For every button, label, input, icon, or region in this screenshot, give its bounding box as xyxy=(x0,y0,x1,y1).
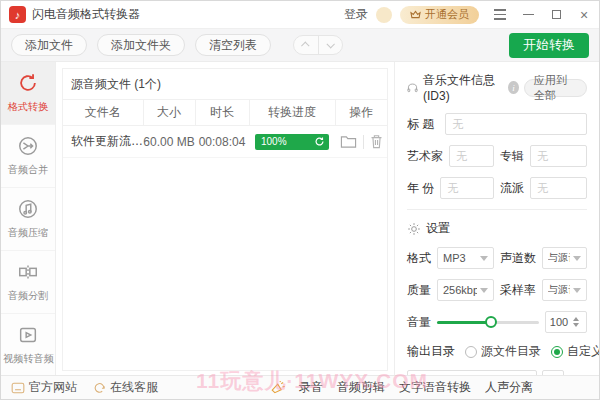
sidebar-item-label: 音频合并 xyxy=(8,163,48,177)
statusbar: 官方网站 在线客服 录音 音频剪辑 文字语音转换 人声分离 xyxy=(1,375,599,399)
quick-links: 录音 音频剪辑 文字语音转换 人声分离 xyxy=(270,379,533,396)
album-field-label: 专辑 xyxy=(500,148,524,165)
table-row[interactable]: 软件更新流程.mp4 60.00 MB 00:08:04 100% xyxy=(63,126,387,158)
spin-up-icon[interactable] xyxy=(573,317,579,321)
sidebar-item-video-to-audio[interactable]: 视频转音频 xyxy=(1,314,55,377)
add-file-button[interactable]: 添加文件 xyxy=(11,34,87,56)
reorder-buttons xyxy=(293,35,343,55)
radio-custom-dir[interactable]: 自定义目录 xyxy=(551,343,600,360)
maximize-icon[interactable] xyxy=(549,8,563,22)
video-icon xyxy=(17,324,39,346)
sidebar-item-audio-compress[interactable]: 音频压缩 xyxy=(1,188,55,251)
website-icon xyxy=(11,382,25,394)
converting-refresh-icon xyxy=(314,136,325,147)
genre-field-label: 流派 xyxy=(500,180,524,197)
vip-label: 开通会员 xyxy=(425,7,469,22)
apply-to-all-button[interactable]: 应用到全部 xyxy=(524,79,587,97)
avatar[interactable] xyxy=(376,7,392,23)
year-field[interactable] xyxy=(440,177,494,199)
file-panel-header: 源音频文件 (1个) xyxy=(63,69,387,99)
quality-select[interactable]: 256kbps xyxy=(437,279,494,301)
col-header-ops: 操作 xyxy=(335,100,387,126)
genre-field[interactable] xyxy=(530,177,587,199)
radio-source-dir[interactable]: 源文件目录 xyxy=(465,343,541,360)
quick-link-record[interactable]: 录音 xyxy=(299,379,323,396)
vip-button[interactable]: 开通会员 xyxy=(400,6,479,24)
login-link[interactable]: 登录 xyxy=(344,6,368,23)
radio-checked-icon xyxy=(551,346,563,358)
folder-icon xyxy=(340,134,357,149)
app-title: 闪电音频格式转换器 xyxy=(32,6,140,23)
samplerate-label: 采样率 xyxy=(500,282,536,299)
artist-field[interactable] xyxy=(449,145,494,167)
year-field-label: 年 份 xyxy=(407,180,434,197)
cell-operations xyxy=(335,126,387,158)
format-select[interactable]: MP3 xyxy=(437,247,494,269)
menu-icon[interactable] xyxy=(493,8,507,22)
col-header-filename: 文件名 xyxy=(63,100,143,126)
file-table: 文件名 大小 时长 转换进度 操作 软件更新流程.mp4 60.00 MB 00… xyxy=(63,99,387,158)
chevron-down-icon xyxy=(327,40,335,48)
quick-link-vocal-split[interactable]: 人声分离 xyxy=(485,379,533,396)
close-icon[interactable]: × xyxy=(577,8,591,22)
trash-icon xyxy=(370,134,383,149)
start-convert-button[interactable]: 开始转换 xyxy=(509,33,589,58)
clear-list-button[interactable]: 清空列表 xyxy=(195,34,271,56)
official-site-link[interactable]: 官方网站 xyxy=(11,379,77,396)
add-folder-button[interactable]: 添加文件夹 xyxy=(97,34,185,56)
info-icon[interactable]: i xyxy=(508,81,518,94)
megaphone-icon xyxy=(270,381,285,394)
crown-icon xyxy=(410,10,421,19)
volume-label: 音量 xyxy=(407,314,431,331)
right-panel: 音乐文件信息 (ID3) i 应用到全部 标 题 艺术家 专辑 年 份 xyxy=(394,62,599,377)
cell-progress: 100% xyxy=(249,126,335,158)
app-logo-icon: ♪ xyxy=(9,6,26,23)
sidebar: 格式转换 音频合并 音频压缩 音频分割 视频转音频 xyxy=(1,62,56,377)
format-label: 格式 xyxy=(407,250,431,267)
open-folder-button[interactable] xyxy=(340,134,357,149)
refresh-icon xyxy=(17,72,39,94)
chevron-up-icon xyxy=(301,41,309,49)
sidebar-item-audio-merge[interactable]: 音频合并 xyxy=(1,125,55,188)
compress-icon xyxy=(17,198,39,220)
sidebar-item-label: 视频转音频 xyxy=(3,352,54,366)
progress-bar: 100% xyxy=(255,134,329,150)
id3-section-title: 音乐文件信息 (ID3) xyxy=(423,72,503,103)
sidebar-item-format-convert[interactable]: 格式转换 xyxy=(1,62,55,125)
delete-file-button[interactable] xyxy=(370,134,383,149)
col-header-duration: 时长 xyxy=(195,100,249,126)
merge-icon xyxy=(17,135,39,157)
artist-field-label: 艺术家 xyxy=(407,148,443,165)
chevron-down-icon xyxy=(480,256,488,261)
album-field[interactable] xyxy=(530,145,587,167)
channels-label: 声道数 xyxy=(500,250,536,267)
online-service-link[interactable]: 在线客服 xyxy=(93,379,158,396)
spin-down-icon[interactable] xyxy=(573,323,579,327)
slider-handle[interactable] xyxy=(485,316,497,328)
volume-input[interactable] xyxy=(546,316,572,328)
samplerate-select[interactable]: 与源音频一致 xyxy=(542,279,587,301)
cell-duration: 00:08:04 xyxy=(195,126,249,158)
cell-filename: 软件更新流程.mp4 xyxy=(63,126,143,158)
gear-icon xyxy=(407,222,421,236)
volume-numbox xyxy=(545,311,587,333)
quick-link-audio-edit[interactable]: 音频剪辑 xyxy=(337,379,385,396)
move-up-button[interactable] xyxy=(294,36,318,54)
sidebar-item-audio-split[interactable]: 音频分割 xyxy=(1,251,55,314)
titlebar: ♪ 闪电音频格式转换器 登录 开通会员 × xyxy=(1,1,599,29)
move-down-button[interactable] xyxy=(319,36,343,54)
channels-select[interactable]: 与源音频一致 xyxy=(542,247,587,269)
quick-link-tts[interactable]: 文字语音转换 xyxy=(399,379,471,396)
window-controls: × xyxy=(493,8,591,22)
chevron-down-icon xyxy=(480,288,488,293)
minimize-icon[interactable] xyxy=(521,8,535,22)
title-field-label: 标 题 xyxy=(407,116,439,133)
output-dir-label: 输出目录 xyxy=(407,343,455,360)
toolbar: 添加文件 添加文件夹 清空列表 开始转换 xyxy=(1,29,599,62)
title-field[interactable] xyxy=(445,113,587,135)
col-header-progress: 转换进度 xyxy=(249,100,335,126)
settings-section-title: 设置 xyxy=(426,220,450,237)
radio-icon xyxy=(465,346,477,358)
volume-slider[interactable] xyxy=(437,315,539,329)
progress-value: 100% xyxy=(261,136,314,147)
